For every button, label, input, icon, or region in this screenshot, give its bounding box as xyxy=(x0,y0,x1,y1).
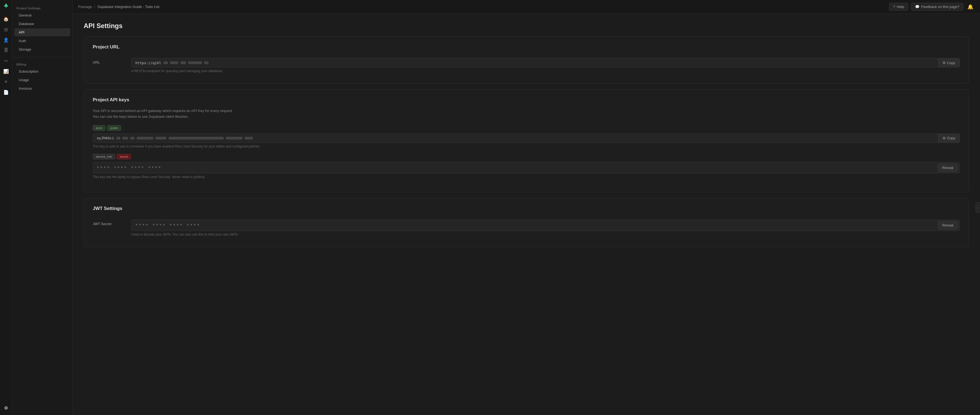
file-icon[interactable]: 📄 xyxy=(2,88,10,97)
anon-blur-5 xyxy=(156,137,167,140)
feedback-label: Feedback on this page? xyxy=(921,5,959,9)
sidebar-item-auth[interactable]: Auth xyxy=(14,37,70,45)
anon-copy-icon: ⧉ xyxy=(943,136,945,140)
copy-icon: ⧉ xyxy=(943,60,945,65)
anon-key-value: eyJhbGci xyxy=(93,134,938,142)
api-keys-desc: Your API is secured behind an API gatewa… xyxy=(93,108,960,120)
feedback-button[interactable]: 💬 Feedback on this page? xyxy=(911,3,964,11)
public-tag: public xyxy=(107,125,121,131)
app-logo[interactable] xyxy=(3,3,9,10)
service-key-reveal-button[interactable]: Reveal xyxy=(938,164,958,172)
sidebar-item-storage[interactable]: Storage xyxy=(14,45,70,53)
jwt-settings-card-title: JWT Settings xyxy=(93,206,960,211)
jwt-secret-field-row: JWT Secret **** **** **** **** Reveal Us… xyxy=(93,217,960,239)
page-title: API Settings xyxy=(84,22,969,30)
billing-label: Billing xyxy=(12,60,72,67)
code-icon[interactable]: </> xyxy=(2,56,10,65)
anon-blur-1 xyxy=(116,137,120,140)
breadcrumb-separator: / xyxy=(94,5,95,9)
url-hint: A RESTful endpoint for querying and mana… xyxy=(131,69,960,73)
settings-icon[interactable]: ⚙ xyxy=(2,404,10,412)
anon-key-hint: This key is safe to use in a browser if … xyxy=(93,145,960,148)
anon-blur-4 xyxy=(137,137,153,140)
topbar-actions: ? Help 💬 Feedback on this page? 🔔 xyxy=(889,3,975,11)
jwt-settings-card: JWT Settings JWT Secret **** **** **** *… xyxy=(84,198,969,247)
sidebar-item-general[interactable]: General xyxy=(14,11,70,19)
url-field-row: URL https://qihl ⧉ Copy xyxy=(93,55,960,76)
jwt-secret-value-wrap: **** **** **** **** Reveal Used to decod… xyxy=(131,219,960,236)
url-input-copy: https://qihl ⧉ Copy xyxy=(131,58,960,67)
anon-blur-6 xyxy=(169,137,224,140)
feedback-icon: 💬 xyxy=(915,5,920,9)
storage-icon[interactable]: 🗄 xyxy=(2,46,10,55)
table-icon[interactable]: ⊟ xyxy=(2,25,10,34)
anon-blur-3 xyxy=(130,137,135,140)
sidebar-item-invoices[interactable]: Invoices xyxy=(14,84,70,92)
jwt-secret-hint: Used to decode your JWTs. You can also u… xyxy=(131,232,960,236)
service-key-value: **** **** **** **** xyxy=(93,163,936,172)
anon-key-section: anon public eyJhbGci xyxy=(93,125,960,148)
sidebar-item-database[interactable]: Database xyxy=(14,20,70,28)
project-settings-label: Project Settings xyxy=(12,5,72,11)
help-button[interactable]: ? Help xyxy=(889,3,908,11)
chart-icon[interactable]: 📊 xyxy=(2,67,10,76)
content-area: API Settings Project URL URL https://qih… xyxy=(73,14,980,415)
notifications-button[interactable]: 🔔 xyxy=(966,3,975,11)
anon-key-input-copy: eyJhbGci ⧉ Copy xyxy=(93,134,960,143)
breadcrumb-root[interactable]: Passage xyxy=(78,5,92,9)
anon-blur-7 xyxy=(226,137,242,140)
api-keys-card: Project API keys Your API is secured beh… xyxy=(84,89,969,192)
breadcrumb-current: Supabase Integration Guide - Todo List xyxy=(97,5,159,9)
service-key-input-copy: **** **** **** **** Reveal xyxy=(93,162,960,173)
sidebar-item-api[interactable]: API xyxy=(14,29,70,36)
icon-rail: 🏠 ⊟ 👤 🗄 </> 📊 ≡ 📄 ⚙ xyxy=(0,0,12,415)
help-icon: ? xyxy=(893,5,895,9)
edge-chevron[interactable]: › xyxy=(975,202,980,213)
anon-key-copy-button[interactable]: ⧉ Copy xyxy=(938,134,959,143)
main-area: Passage / Supabase Integration Guide - T… xyxy=(73,0,980,415)
url-blur-4 xyxy=(188,61,202,64)
url-blur-3 xyxy=(180,61,186,64)
sidebar-item-subscription[interactable]: Subscription xyxy=(14,67,70,75)
url-copy-button[interactable]: ⧉ Copy xyxy=(938,58,959,67)
sidebar-item-usage[interactable]: Usage xyxy=(14,76,70,84)
url-label: URL xyxy=(93,58,120,64)
topbar: Passage / Supabase Integration Guide - T… xyxy=(73,0,980,14)
jwt-secret-input: **** **** **** **** Reveal xyxy=(131,219,960,231)
list-icon[interactable]: ≡ xyxy=(2,77,10,86)
url-blur-2 xyxy=(170,61,178,64)
anon-blur-2 xyxy=(123,137,128,140)
home-icon[interactable]: 🏠 xyxy=(2,14,10,23)
service-key-hint: This key has the ability to bypass Row L… xyxy=(93,175,960,179)
service-role-tag: service_role xyxy=(93,154,115,159)
project-url-card-title: Project URL xyxy=(93,44,960,50)
service-key-section: service_role secret **** **** **** **** … xyxy=(93,154,960,179)
url-value: https://qihl xyxy=(132,59,938,67)
url-blur-5 xyxy=(204,61,208,64)
anon-blur-8 xyxy=(245,137,253,140)
jwt-secret-label: JWT Secret xyxy=(93,219,120,226)
help-label: Help xyxy=(897,5,904,9)
project-url-card: Project URL URL https://qihl xyxy=(84,36,969,84)
jwt-secret-reveal-button[interactable]: Reveal xyxy=(938,221,958,229)
jwt-secret-value: **** **** **** **** xyxy=(132,221,936,229)
breadcrumb: Passage / Supabase Integration Guide - T… xyxy=(78,5,159,9)
url-blur-1 xyxy=(164,61,168,64)
service-key-tags: service_role secret xyxy=(93,154,960,159)
auth-users-icon[interactable]: 👤 xyxy=(2,35,10,44)
secret-tag: secret xyxy=(117,154,131,159)
anon-key-tags: anon public xyxy=(93,125,960,131)
api-keys-card-title: Project API keys xyxy=(93,97,960,103)
url-value-wrap: https://qihl ⧉ Copy A RESTful endpoin xyxy=(131,58,960,73)
sidebar: Project Settings General Database API Au… xyxy=(12,0,73,415)
anon-tag: anon xyxy=(93,125,105,131)
